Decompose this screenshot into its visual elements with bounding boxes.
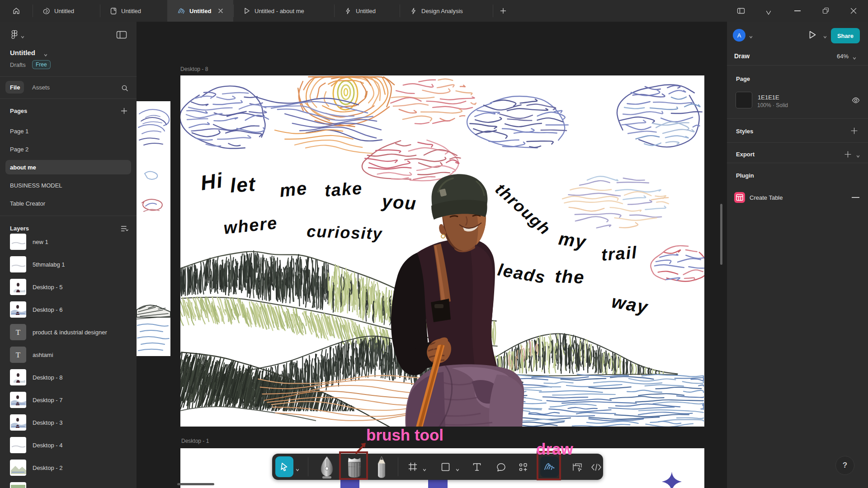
svg-text:take: take bbox=[324, 178, 363, 200]
svg-text:trail: trail bbox=[601, 243, 638, 264]
svg-text:let: let bbox=[229, 173, 257, 197]
svg-text:T: T bbox=[16, 328, 21, 337]
svg-text:Hi: Hi bbox=[199, 168, 225, 194]
svg-text:you: you bbox=[380, 191, 417, 213]
svg-text:the: the bbox=[555, 266, 585, 287]
svg-text:curiosity: curiosity bbox=[307, 222, 383, 243]
svg-text:me: me bbox=[278, 178, 308, 201]
svg-text:T: T bbox=[16, 351, 21, 359]
svg-text:my: my bbox=[557, 228, 588, 252]
